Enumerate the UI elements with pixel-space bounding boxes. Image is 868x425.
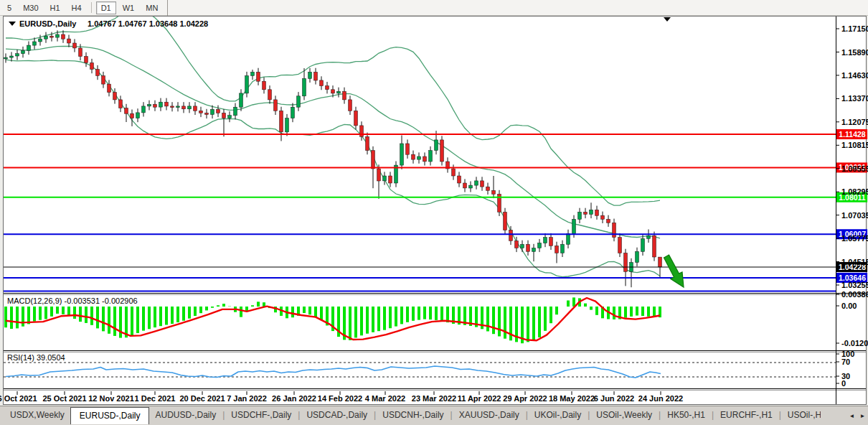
svg-text:4 Mar 2022: 4 Mar 2022: [365, 394, 405, 403]
svg-text:70: 70: [841, 358, 850, 366]
tab-usdcnh-daily[interactable]: USDCNH-,Daily: [377, 408, 449, 422]
rsi-label: RSI(14) 39.0504: [7, 353, 65, 362]
svg-text:0.00: 0.00: [841, 302, 857, 310]
svg-text:1.14630: 1.14630: [841, 71, 868, 80]
tab-xauusd-daily[interactable]: XAUUSD-,Daily: [453, 408, 525, 422]
tab-usdcad-daily[interactable]: USDCAD-,Daily: [301, 408, 373, 422]
tab-separator: |: [526, 410, 528, 420]
toolbar-separator: [91, 2, 92, 13]
timeframe-button-mn[interactable]: MN: [141, 1, 163, 14]
svg-text:-0.01208: -0.01208: [841, 339, 868, 347]
svg-text:20 Dec 2021: 20 Dec 2021: [180, 394, 225, 403]
svg-text:12 Nov 2021: 12 Nov 2021: [88, 394, 134, 403]
svg-text:6 Oct 2021: 6 Oct 2021: [0, 394, 37, 403]
chart-surface[interactable]: 1.114281.096211.080111.060071.042281.036…: [0, 0, 868, 406]
tab-separator: |: [779, 410, 781, 420]
timeframe-button-m30[interactable]: M30: [18, 1, 43, 14]
symbol-tabbar: USDX,WeeklyEURUSD-,DailyAUDUSD-,Daily|US…: [0, 406, 868, 425]
tab-separator: |: [374, 410, 376, 420]
svg-text:23 Mar 2022: 23 Mar 2022: [412, 394, 456, 403]
svg-text:1.11428: 1.11428: [839, 130, 866, 139]
svg-text:1.15890: 1.15890: [841, 48, 868, 57]
tab-usdchf-daily[interactable]: USDCHF-,Daily: [225, 408, 297, 422]
macd-label: MACD(12,26,9) -0.003531 -0.002906: [7, 296, 138, 305]
svg-text:6 Jun 2022: 6 Jun 2022: [594, 394, 634, 403]
tab-eurusd-daily[interactable]: EURUSD-,Daily: [70, 407, 150, 424]
tab-usoil-h1[interactable]: USOil-,H1: [782, 408, 821, 422]
svg-text:1.07035: 1.07035: [841, 211, 868, 220]
svg-text:1.10815: 1.10815: [841, 141, 868, 149]
svg-text:18 May 2022: 18 May 2022: [549, 394, 595, 403]
tab-usdx-weekly[interactable]: USDX,Weekly: [4, 408, 70, 422]
tab-eurchf-h1[interactable]: EURCHF-,H1: [714, 408, 778, 422]
svg-text:24 Jun 2022: 24 Jun 2022: [638, 394, 683, 403]
svg-text:0.003865: 0.003865: [841, 290, 868, 299]
svg-text:11 Apr 2022: 11 Apr 2022: [458, 394, 501, 403]
tab-hk50-h1[interactable]: HK50-,H1: [661, 408, 711, 422]
timeframe-button-d1[interactable]: D1: [96, 1, 116, 14]
svg-text:1.03255: 1.03255: [841, 281, 868, 289]
svg-text:1 Dec 2021: 1 Dec 2021: [135, 394, 176, 403]
tab-audusd-daily[interactable]: AUDUSD-,Daily: [149, 408, 222, 422]
timeframe-button-w1[interactable]: W1: [118, 1, 140, 14]
svg-text:26 Jan 2022: 26 Jan 2022: [272, 394, 316, 403]
tab-separator: |: [298, 410, 300, 420]
svg-text:1.09555: 1.09555: [841, 164, 868, 173]
tab-ukoil-daily[interactable]: UKOil-,Daily: [529, 408, 587, 422]
timeframe-button-h4[interactable]: H4: [67, 1, 87, 14]
chart-window-bg: [3, 16, 867, 404]
tab-separator: |: [588, 410, 590, 420]
svg-text:7 Jan 2022: 7 Jan 2022: [227, 394, 267, 403]
svg-text:1.04515: 1.04515: [841, 258, 868, 266]
svg-text:29 Apr 2022: 29 Apr 2022: [503, 394, 547, 403]
svg-text:1.12075: 1.12075: [841, 118, 868, 126]
svg-text:14 Feb 2022: 14 Feb 2022: [318, 394, 362, 403]
timeframe-button-5[interactable]: 5: [2, 1, 16, 14]
chart-quote-ohlc: 1.04767 1.04767 1.03648 1.04228: [88, 19, 208, 28]
toolbar-separator: [167, 0, 168, 16]
svg-text:25 Oct 2021: 25 Oct 2021: [42, 394, 86, 403]
svg-text:1.08295: 1.08295: [841, 187, 868, 196]
tab-separator: |: [450, 410, 453, 420]
timeframe-button-h1[interactable]: H1: [45, 1, 65, 14]
scroll-right-icon[interactable]: ►: [857, 409, 868, 422]
chart-title: EURUSD-,Daily: [19, 19, 77, 28]
svg-text:0: 0: [841, 379, 846, 388]
tab-usoil-weekly[interactable]: USOil-,Weekly: [590, 408, 658, 422]
tab-separator: |: [712, 410, 714, 420]
svg-text:1.05775: 1.05775: [841, 234, 868, 243]
timeframe-toolbar: 5M30H1H4D1W1MN: [0, 0, 868, 16]
tab-separator: |: [659, 410, 661, 420]
scroll-left-icon[interactable]: ◄: [846, 409, 857, 422]
tab-separator: |: [222, 410, 225, 420]
svg-text:1.17150: 1.17150: [841, 24, 868, 33]
svg-text:1.13370: 1.13370: [841, 94, 868, 103]
